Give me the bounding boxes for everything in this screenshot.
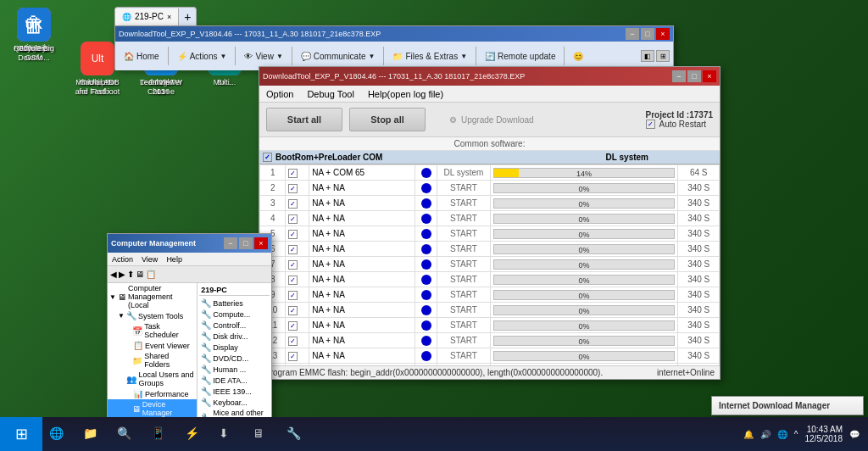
- row-checkbox[interactable]: [288, 169, 298, 178]
- cm-toolbar-icon-5[interactable]: 📋: [146, 270, 156, 279]
- expand-tray-icon[interactable]: ^: [794, 430, 798, 439]
- home-button[interactable]: 🏠 Home: [119, 50, 164, 63]
- dt-minimize-button[interactable]: −: [672, 70, 686, 82]
- project-id: Project Id :17371: [646, 110, 713, 120]
- cm-menu-help[interactable]: Help: [162, 254, 186, 264]
- row-checkbox[interactable]: [288, 184, 298, 193]
- cm-maximize-button[interactable]: □: [239, 237, 253, 249]
- row-checkbox[interactable]: [288, 352, 298, 361]
- browser-tab[interactable]: 🌐 219-PC ×: [115, 8, 179, 25]
- tree-item-event-viewer[interactable]: 📋 Event Viewer: [108, 340, 197, 351]
- start-all-button[interactable]: Start all: [266, 108, 342, 131]
- remote-update-button[interactable]: 🔄 Remote update: [480, 50, 560, 63]
- communicate-button[interactable]: 💬 Communicate ▼: [296, 50, 381, 63]
- taskbar-item-folder[interactable]: 📁: [76, 417, 110, 451]
- device-item[interactable]: 🔧IDE ATA...: [199, 375, 270, 386]
- tree-systemtools-label: System Tools: [138, 312, 183, 320]
- menu-debug-tool[interactable]: Debug Tool: [300, 86, 360, 103]
- tree-item-device-manager[interactable]: 🖥 Device Manager: [108, 399, 197, 418]
- cm-close-button[interactable]: ×: [254, 237, 268, 249]
- row-checkbox[interactable]: [288, 337, 298, 346]
- device-item[interactable]: 🔧Disk driv...: [199, 331, 270, 342]
- resize-small-button[interactable]: ◧: [641, 50, 654, 62]
- device-item[interactable]: 🔧Compute...: [199, 309, 270, 320]
- cm-toolbar-icon-2[interactable]: ▶: [119, 270, 125, 279]
- table-row: 4NA + NASTART0%340 S: [260, 211, 720, 226]
- comp-mgmt-content: Action View Help ◀ ▶ ⬆ 🖥 📋 ▼ 🖥 Computer …: [108, 253, 271, 419]
- row-checkbox[interactable]: [288, 260, 298, 270]
- dt-close-button[interactable]: ×: [703, 70, 716, 82]
- cm-minimize-button[interactable]: −: [224, 237, 237, 249]
- tab-close-icon[interactable]: ×: [167, 13, 171, 21]
- header-checkbox[interactable]: [263, 153, 272, 162]
- row-dot-cell: [415, 196, 437, 211]
- tray-icon-2[interactable]: 🔊: [760, 430, 771, 439]
- tree-item-task-scheduler[interactable]: 📅 Task Scheduler: [108, 321, 197, 340]
- tree-item-local-users[interactable]: 👥 Local Users and Groups: [108, 370, 197, 388]
- row-checkbox[interactable]: [288, 230, 298, 239]
- device-item[interactable]: 🔧Human ...: [199, 364, 270, 375]
- device-item[interactable]: 🔧DVD/CD...: [199, 353, 270, 364]
- tree-eventviewer-label: Event Viewer: [145, 342, 190, 350]
- files-extras-button[interactable]: 📁 Files & Extras ▼: [387, 50, 472, 63]
- row-checkbox[interactable]: [288, 214, 298, 224]
- minimize-button[interactable]: −: [626, 28, 639, 40]
- tree-item-system-tools[interactable]: ▼ 🔧 System Tools: [108, 310, 197, 321]
- close-button[interactable]: ×: [656, 28, 670, 40]
- resize-full-button[interactable]: ⊞: [656, 50, 670, 62]
- menu-help[interactable]: Help(open log file): [361, 86, 450, 103]
- row-checkbox[interactable]: [288, 306, 298, 315]
- progress-bar-container: 0%: [493, 336, 676, 346]
- cm-toolbar-icon-3[interactable]: ⬆: [127, 270, 134, 279]
- cm-toolbar-icon-4[interactable]: 🖥: [136, 270, 144, 279]
- stop-all-button[interactable]: Stop all: [349, 108, 426, 131]
- tray-icon-3[interactable]: 🌐: [777, 430, 787, 439]
- status-text: Program EMMC flash: begin_addr(0x0000000…: [264, 368, 603, 377]
- device-item[interactable]: 🔧Controlf...: [199, 320, 270, 331]
- maximize-button[interactable]: □: [641, 28, 654, 40]
- row-progress-cell: 0%: [490, 257, 678, 272]
- taskbar-item-comp-mgmt[interactable]: 🖥: [246, 417, 280, 451]
- smiley-button[interactable]: 😊: [568, 50, 588, 63]
- row-dot-cell: [415, 287, 437, 303]
- auto-restart-checkbox[interactable]: [646, 120, 655, 129]
- taskbar-item-browser[interactable]: 🌐: [42, 417, 76, 451]
- row-checkbox[interactable]: [288, 245, 298, 254]
- notification-icon[interactable]: 💬: [849, 430, 860, 439]
- cm-menu-view[interactable]: View: [137, 254, 162, 264]
- row-checkbox[interactable]: [288, 291, 298, 300]
- comp-mgmt-title: Computer Management: [111, 239, 196, 248]
- tree-item-shared-folders[interactable]: 📁 Shared Folders: [108, 351, 197, 370]
- row-checkbox[interactable]: [288, 321, 298, 331]
- cm-menu-action[interactable]: Action: [108, 254, 137, 264]
- row-checkbox[interactable]: [288, 276, 298, 285]
- taskbar-tool-icon: 🔧: [287, 426, 301, 440]
- tree-expand-dm-icon: [124, 405, 131, 413]
- tree-item-performance[interactable]: 📊 Performance: [108, 388, 197, 399]
- taskbar-item-adb[interactable]: ⚡: [178, 417, 212, 451]
- taskbar-item-search[interactable]: 🔍: [110, 417, 144, 451]
- new-tab-button[interactable]: +: [179, 10, 196, 24]
- view-button[interactable]: 👁 View ▼: [239, 50, 287, 63]
- cm-toolbar-icon-1[interactable]: ◀: [110, 270, 117, 279]
- dt-maximize-button[interactable]: □: [687, 70, 701, 82]
- taskbar-item-download[interactable]: ⬇: [212, 417, 246, 451]
- device-item[interactable]: 🔧Batteries: [199, 298, 270, 309]
- taskbar-item-tool[interactable]: 🔧: [280, 417, 314, 451]
- tray-icon-1[interactable]: 🔔: [743, 430, 754, 439]
- desktop-icon-recycle-bin[interactable]: 🗑 Recycle Bin: [4, 4, 64, 57]
- row-checkbox[interactable]: [288, 199, 298, 209]
- taskbar-item-teamviewer[interactable]: 📱: [144, 417, 178, 451]
- taskbar-tv-icon: 📱: [151, 426, 165, 440]
- desktop-icon-folder-7[interactable]: 📁 New folder(7): [864, 4, 868, 66]
- download-tool-status-bar: Program EMMC flash: begin_addr(0x0000000…: [259, 365, 720, 379]
- row-dot-cell: [415, 333, 437, 348]
- tree-item-root[interactable]: ▼ 🖥 Computer Management (Local: [108, 283, 197, 310]
- tree-performance-label: Performance: [145, 390, 189, 398]
- device-item[interactable]: 🔧Display: [199, 342, 270, 353]
- device-item[interactable]: 🔧Keyboar...: [199, 397, 270, 408]
- device-item[interactable]: 🔧IEEE 139...: [199, 386, 270, 397]
- menu-option[interactable]: Option: [259, 86, 300, 103]
- start-button[interactable]: ⊞: [0, 417, 42, 451]
- actions-button[interactable]: ⚡ Actions ▼: [172, 50, 232, 63]
